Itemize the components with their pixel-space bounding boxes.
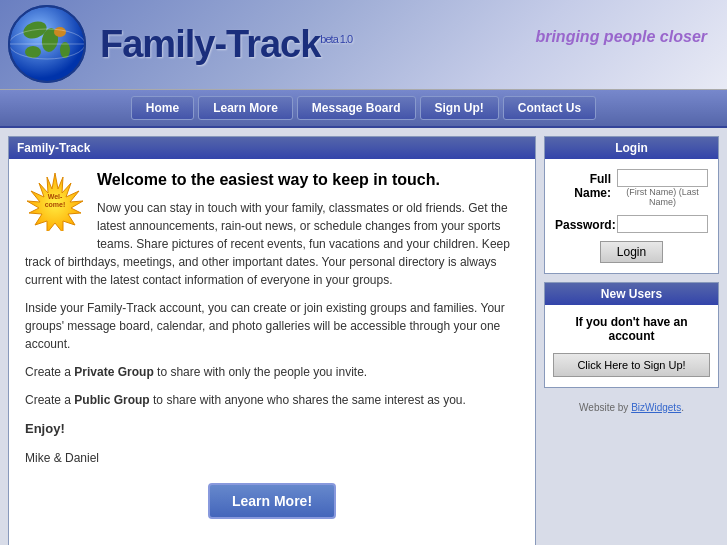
nav-contact-us[interactable]: Contact Us <box>503 96 596 120</box>
authors-text: Mike & Daniel <box>25 449 519 467</box>
credit-link[interactable]: BizWidgets <box>631 402 681 413</box>
paragraph-3: Create a Private Group to share with onl… <box>25 363 519 381</box>
login-btn-row: Login <box>555 241 708 263</box>
login-box-header: Login <box>545 137 718 159</box>
nav-learn-more[interactable]: Learn More <box>198 96 293 120</box>
learn-more-button[interactable]: Learn More! <box>208 483 336 519</box>
svg-point-4 <box>25 46 41 58</box>
logo: Family-Trackbeta 1.0 <box>100 23 352 66</box>
fullname-hint: (First Name) (Last Name) <box>617 187 708 207</box>
fullname-input[interactable] <box>617 169 708 187</box>
content-area: Family-Track Wel- come! <box>8 136 536 545</box>
paragraph-2: Inside your Family-Track account, you ca… <box>25 299 519 353</box>
globe-icon <box>5 2 90 87</box>
website-credit: Website by BizWidgets. <box>544 402 719 413</box>
content-body: Wel- come! Welcome to the easiest way to… <box>9 159 535 539</box>
new-users-body: If you don't have an account Click Here … <box>545 305 718 387</box>
login-button[interactable]: Login <box>600 241 663 263</box>
svg-text:Wel-: Wel- <box>48 193 63 200</box>
nav-message-board[interactable]: Message Board <box>297 96 416 120</box>
public-group-label: Public Group <box>74 393 149 407</box>
signup-button[interactable]: Click Here to Sign Up! <box>553 353 710 377</box>
new-users-box: New Users If you don't have an account C… <box>544 282 719 388</box>
fullname-label: Full Name: <box>555 169 617 200</box>
learn-more-btn-area: Learn More! <box>25 483 519 519</box>
tagline: bringing people closer <box>535 28 707 46</box>
logo-beta: beta 1.0 <box>320 33 352 45</box>
paragraph-4: Create a Public Group to share with anyo… <box>25 391 519 409</box>
svg-text:come!: come! <box>45 201 66 208</box>
content-header: Family-Track <box>9 137 535 159</box>
welcome-icon: Wel- come! <box>25 171 85 231</box>
nav-home[interactable]: Home <box>131 96 194 120</box>
new-users-message: If you don't have an account <box>553 315 710 343</box>
fullname-row: Full Name: (First Name) (Last Name) <box>555 169 708 207</box>
login-box-body: Full Name: (First Name) (Last Name) Pass… <box>545 159 718 273</box>
private-group-label: Private Group <box>74 365 153 379</box>
welcome-image: Wel- come! <box>25 171 85 234</box>
navbar: Home Learn More Message Board Sign Up! C… <box>0 90 727 128</box>
login-box: Login Full Name: (First Name) (Last Name… <box>544 136 719 274</box>
enjoy-text: Enjoy! <box>25 419 519 439</box>
sidebar: Login Full Name: (First Name) (Last Name… <box>544 136 719 545</box>
password-row: Password: <box>555 215 708 233</box>
password-input-col <box>617 215 708 233</box>
nav-sign-up[interactable]: Sign Up! <box>420 96 499 120</box>
main-wrapper: Family-Track Wel- come! <box>0 128 727 545</box>
svg-point-3 <box>54 27 66 37</box>
fullname-input-col: (First Name) (Last Name) <box>617 169 708 207</box>
paragraph-1: Now you can stay in touch with your fami… <box>25 199 519 289</box>
main-heading: Welcome to the easiest way to keep in to… <box>25 171 519 189</box>
logo-title: Family-Trackbeta 1.0 <box>100 23 352 65</box>
header: Family-Trackbeta 1.0 bringing people clo… <box>0 0 727 90</box>
password-input[interactable] <box>617 215 708 233</box>
password-label: Password: <box>555 215 617 232</box>
new-users-header: New Users <box>545 283 718 305</box>
